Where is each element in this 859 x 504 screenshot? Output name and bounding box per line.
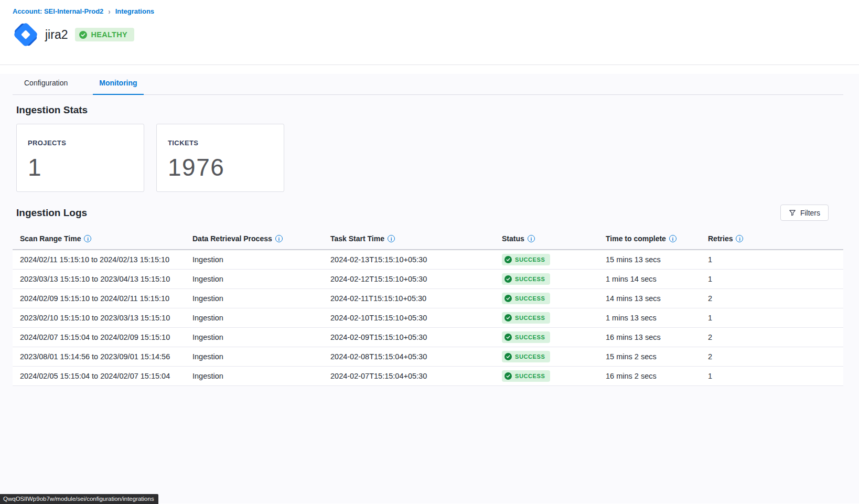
link-preview-statusbar: QwqOSlIWp9ob7w/module/sei/configuration/…: [0, 494, 158, 504]
status-badge: SUCCESS: [502, 273, 550, 285]
ingestion-logs-table: Scan Range Timei Data Retrieval Processi…: [13, 228, 843, 386]
cell-scan-range-time: 2023/02/10 15:15:10 to 2023/03/13 15:15:…: [13, 314, 185, 322]
cell-data-retrieval-process: Ingestion: [185, 333, 323, 341]
tab-configuration[interactable]: Configuration: [18, 74, 74, 94]
info-icon[interactable]: i: [528, 235, 535, 242]
status-label: SUCCESS: [515, 256, 545, 263]
ingestion-stats-cards: PROJECTS 1 TICKETS 1976: [16, 124, 859, 192]
integration-title-row: jira2 HEALTHY: [13, 19, 846, 50]
jira-logo-icon: [10, 19, 41, 50]
status-label: SUCCESS: [515, 276, 545, 282]
cell-scan-range-time: 2024/02/07 15:15:04 to 2024/02/09 15:15:…: [13, 333, 185, 341]
tab-bar: Configuration Monitoring: [13, 74, 843, 95]
status-badge: SUCCESS: [502, 351, 550, 362]
status-label: SUCCESS: [515, 295, 545, 302]
cell-time-to-complete: 15 mins 13 secs: [598, 255, 701, 264]
info-icon[interactable]: i: [388, 235, 395, 242]
cell-time-to-complete: 14 mins 13 secs: [598, 294, 701, 303]
cell-status: SUCCESS: [495, 254, 598, 265]
cell-data-retrieval-process: Ingestion: [185, 352, 323, 361]
success-check-icon: [504, 256, 512, 263]
status-label: SUCCESS: [515, 315, 545, 321]
col-time-to-complete: Time to completei: [598, 234, 701, 243]
status-badge: SUCCESS: [502, 293, 550, 304]
table-row: 2024/02/07 15:15:04 to 2024/02/09 15:15:…: [13, 328, 843, 347]
cell-scan-range-time: 2024/02/11 15:15:10 to 2024/02/13 15:15:…: [13, 255, 185, 264]
cell-time-to-complete: 16 mins 13 secs: [598, 333, 701, 341]
breadcrumb-chevron-icon: ›: [108, 7, 110, 16]
ingestion-logs-header: Ingestion Logs Filters: [16, 205, 829, 221]
cell-retries: 2: [701, 352, 843, 361]
projects-stat-card: PROJECTS 1: [16, 124, 144, 192]
ingestion-stats-heading: Ingestion Stats: [16, 104, 859, 116]
col-status: Statusi: [495, 234, 598, 243]
cell-status: SUCCESS: [495, 370, 598, 382]
cell-time-to-complete: 16 mins 2 secs: [598, 372, 701, 380]
info-icon[interactable]: i: [84, 235, 91, 242]
tickets-stat-card: TICKETS 1976: [156, 124, 284, 192]
breadcrumb-integrations-link[interactable]: Integrations: [115, 7, 154, 15]
status-badge: SUCCESS: [502, 370, 550, 382]
cell-status: SUCCESS: [495, 351, 598, 362]
table-header-row: Scan Range Timei Data Retrieval Processi…: [13, 228, 843, 250]
table-row: 2024/02/11 15:15:10 to 2024/02/13 15:15:…: [13, 250, 843, 270]
header-spacer: [0, 65, 859, 74]
col-task-start-time: Task Start Timei: [323, 234, 495, 243]
table-body: 2024/02/11 15:15:10 to 2024/02/13 15:15:…: [13, 250, 843, 386]
cell-time-to-complete: 15 mins 2 secs: [598, 352, 701, 361]
cell-scan-range-time: 2023/08/01 15:14:56 to 2023/09/01 15:14:…: [13, 352, 185, 361]
cell-status: SUCCESS: [495, 273, 598, 285]
table-row: 2023/03/13 15:15:10 to 2023/04/13 15:15:…: [13, 270, 843, 289]
cell-retries: 2: [701, 333, 843, 341]
cell-task-start-time: 2024-02-10T15:15:10+05:30: [323, 314, 495, 322]
cell-retries: 1: [701, 314, 843, 322]
integration-title: jira2: [45, 28, 68, 42]
success-check-icon: [504, 372, 512, 380]
cell-retries: 1: [701, 372, 843, 380]
status-badge: SUCCESS: [502, 331, 550, 343]
cell-data-retrieval-process: Ingestion: [185, 255, 323, 264]
tickets-value: 1976: [168, 153, 284, 181]
cell-data-retrieval-process: Ingestion: [185, 372, 323, 380]
table-row: 2023/02/10 15:15:10 to 2023/03/13 15:15:…: [13, 308, 843, 328]
projects-label: PROJECTS: [28, 139, 144, 147]
cell-task-start-time: 2024-02-09T15:15:10+05:30: [323, 333, 495, 341]
cell-time-to-complete: 1 mins 13 secs: [598, 314, 701, 322]
info-icon[interactable]: i: [275, 235, 283, 242]
info-icon[interactable]: i: [669, 235, 677, 242]
info-icon[interactable]: i: [736, 235, 743, 242]
breadcrumb-account-link[interactable]: Account: SEI-Internal-Prod2: [13, 7, 103, 15]
cell-data-retrieval-process: Ingestion: [185, 314, 323, 322]
projects-value: 1: [28, 153, 144, 181]
cell-task-start-time: 2024-02-07T15:15:04+05:30: [323, 372, 495, 380]
cell-scan-range-time: 2024/02/05 15:15:04 to 2024/02/07 15:15:…: [13, 372, 185, 380]
status-label: SUCCESS: [515, 334, 545, 340]
filter-funnel-icon: [789, 209, 796, 217]
col-retries: Retriesi: [701, 234, 843, 243]
cell-status: SUCCESS: [495, 293, 598, 304]
filters-button-label: Filters: [800, 209, 820, 217]
table-row: 2024/02/09 15:15:10 to 2024/02/11 15:15:…: [13, 289, 843, 308]
table-row: 2023/08/01 15:14:56 to 2023/09/01 15:14:…: [13, 347, 843, 367]
success-check-icon: [504, 295, 512, 302]
cell-task-start-time: 2024-02-13T15:15:10+05:30: [323, 255, 495, 264]
cell-task-start-time: 2024-02-11T15:15:10+05:30: [323, 294, 495, 303]
tickets-label: TICKETS: [168, 139, 284, 147]
success-check-icon: [504, 314, 512, 321]
status-label: SUCCESS: [515, 373, 545, 379]
breadcrumb: Account: SEI-Internal-Prod2 › Integratio…: [13, 7, 846, 15]
check-circle-icon: [79, 31, 87, 39]
success-check-icon: [504, 275, 512, 283]
cell-data-retrieval-process: Ingestion: [185, 294, 323, 303]
table-row: 2024/02/05 15:15:04 to 2024/02/07 15:15:…: [13, 367, 843, 386]
status-badge: SUCCESS: [502, 254, 550, 265]
status-badge: SUCCESS: [502, 312, 550, 324]
cell-data-retrieval-process: Ingestion: [185, 275, 323, 283]
success-check-icon: [504, 334, 512, 341]
cell-task-start-time: 2024-02-08T15:15:04+05:30: [323, 352, 495, 361]
filters-button[interactable]: Filters: [780, 205, 829, 221]
monitoring-panel: Configuration Monitoring Ingestion Stats…: [0, 74, 859, 503]
success-check-icon: [504, 353, 512, 360]
tab-monitoring[interactable]: Monitoring: [93, 74, 143, 94]
health-status-badge: HEALTHY: [75, 28, 134, 41]
